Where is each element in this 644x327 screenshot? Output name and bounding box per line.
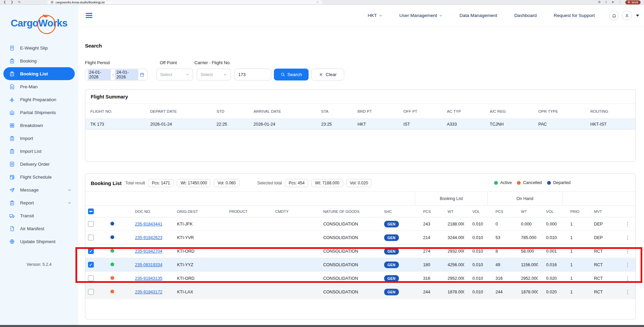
flight-no-input[interactable]: 173 xyxy=(234,69,271,80)
app-logo[interactable]: CargoWorks xyxy=(0,5,78,41)
sidebar-item-partial-shipments[interactable]: Partial Shipments xyxy=(0,106,78,119)
booking-row[interactable]: 235-91843441KTI-JFKCONSOLIDATIONGEN24321… xyxy=(85,217,636,231)
profile-button[interactable] xyxy=(622,11,632,20)
doc-no-link[interactable]: 235-91842704 xyxy=(135,249,162,254)
booking-row[interactable]: 235-91842704KTI-ORDCONSOLIDATIONGEN27429… xyxy=(85,244,636,258)
air-manifest-icon xyxy=(9,226,15,232)
total-vol-badge: Vol: 0.060 xyxy=(214,179,239,187)
fs-cell: HKT xyxy=(358,122,403,127)
flight-no-value: 173 xyxy=(238,72,246,77)
sidebar-item-air-manifest[interactable]: Air Manifest xyxy=(0,222,78,235)
date-from-value[interactable]: 24-01-2026 xyxy=(88,69,111,80)
booking-row[interactable]: 235-91843172KTI-LAXCONSOLIDATIONGEN24418… xyxy=(85,285,636,299)
bookmarks-icon[interactable]: ★ xyxy=(611,1,614,4)
row-checkbox[interactable] xyxy=(88,289,94,295)
total-result-label: Total result xyxy=(125,181,145,185)
sidebar-item-report[interactable]: Report xyxy=(0,196,78,209)
row-checkbox[interactable] xyxy=(88,275,94,281)
date-to-value[interactable]: 24-01-2026 xyxy=(115,69,138,80)
topnav-item-user-management[interactable]: User Management xyxy=(399,13,442,18)
topnav-item-request-for-support[interactable]: Request for Support xyxy=(554,13,595,18)
booking-row[interactable]: 235-08319334KTI-YYZCONSOLIDATIONGEN18042… xyxy=(85,258,636,272)
select-all-checkbox[interactable] xyxy=(88,208,94,214)
browser-forward-icon[interactable]: ❯ xyxy=(11,1,14,4)
address-bar[interactable]: ▤ cargoworks.know.studio/BookingList ☆ xyxy=(47,0,323,4)
sidebar-item-e-weight-slip[interactable]: E-Weight Slip xyxy=(0,41,78,54)
fs-col-header: ROUTING xyxy=(590,109,630,113)
oh-vol-cell: 0.020 xyxy=(538,276,562,281)
sidebar-item-booking[interactable]: Booking xyxy=(0,54,78,67)
bl-col-header: NATURE OF GOODS xyxy=(315,210,376,214)
downloads-icon[interactable]: ⇩ xyxy=(605,1,608,4)
flight-summary-row[interactable]: TK 1732026-01-2422:252026-01-2423:25HKTI… xyxy=(85,119,636,130)
browser-profile-badge[interactable]: Work xyxy=(625,0,641,4)
update-shipment-icon xyxy=(9,239,15,244)
search-button[interactable]: Search xyxy=(274,69,309,80)
doc-no-link[interactable]: 235-91843441 xyxy=(135,222,162,226)
status-dot-icon xyxy=(110,249,114,253)
sidebar-item-import[interactable]: Import xyxy=(0,132,78,145)
browser-menu-icon[interactable]: ⋮ xyxy=(618,1,621,4)
sidebar-item-transit[interactable]: Transit xyxy=(0,209,78,222)
status-dot-icon xyxy=(110,235,114,239)
doc-no-link[interactable]: 235-91842623 xyxy=(135,235,162,240)
sidebar-item-import-list[interactable]: Import List xyxy=(0,145,78,158)
sidebar-item-flight-schedule[interactable]: Flight Schedule xyxy=(0,170,78,183)
topnav-item-hkt[interactable]: HKT xyxy=(368,13,382,18)
booking-row[interactable]: 235-91842623KTI-YVRCONSOLIDATIONGEN21432… xyxy=(85,231,636,244)
row-actions-kebab-icon[interactable]: ⋮ xyxy=(625,221,630,227)
topnav-item-label: HKT xyxy=(368,13,377,18)
pre-man-icon xyxy=(9,84,15,90)
hamburger-menu-icon[interactable] xyxy=(86,13,92,18)
calendar-icon[interactable] xyxy=(140,72,144,77)
sidebar-item-booking-list[interactable]: Booking List xyxy=(3,67,75,80)
extension-icon[interactable]: ⚙ xyxy=(598,1,601,4)
booking-row[interactable]: 235-91843135KTI-ORDCONSOLIDATIONGEN31629… xyxy=(85,272,636,285)
oh-pcs-cell: 244 xyxy=(487,290,513,294)
browser-back-icon[interactable]: ❮ xyxy=(3,1,6,4)
clear-button[interactable]: Clear xyxy=(311,69,344,80)
notifications-button[interactable] xyxy=(609,11,619,20)
oh-pcs-cell: 49 xyxy=(487,262,513,267)
transit-icon xyxy=(9,213,15,219)
booking-list-title: Booking List xyxy=(91,180,122,186)
doc-no-link[interactable]: 235-91843172 xyxy=(135,290,162,294)
browser-reload-icon[interactable]: ↻ xyxy=(18,1,21,4)
sidebar-item-message[interactable]: Message xyxy=(0,183,78,196)
row-actions-kebab-icon[interactable]: ⋮ xyxy=(625,248,630,254)
doc-no-link[interactable]: 235-08319334 xyxy=(135,262,162,267)
doc-no-link[interactable]: 235-91843135 xyxy=(135,276,162,281)
sidebar-item-flight-preparation[interactable]: Flight Preparation xyxy=(0,93,78,106)
sidebar-item-label: E-Weight Slip xyxy=(20,46,48,51)
topnav-item-data-management[interactable]: Data Management xyxy=(459,13,497,18)
carrier-select[interactable]: Select xyxy=(197,69,231,80)
row-checkbox[interactable] xyxy=(88,262,94,268)
profile-caret-icon[interactable] xyxy=(636,15,639,17)
sidebar-item-breakdown[interactable]: Breakdown xyxy=(0,119,78,132)
row-actions-kebab-icon[interactable]: ⋮ xyxy=(625,289,630,295)
row-checkbox[interactable] xyxy=(88,248,94,254)
sidebar-item-label: Report xyxy=(20,200,34,205)
sidebar-item-pre-man[interactable]: Pre-Man xyxy=(0,80,78,93)
row-checkbox[interactable] xyxy=(88,221,94,227)
mvt-cell: RCT xyxy=(586,262,620,267)
bookmark-star-icon[interactable]: ☆ xyxy=(316,1,319,4)
topnav-item-label: Request for Support xyxy=(554,13,595,18)
flight-period-range-input[interactable]: 24-01-2026 - 24-01-2026 xyxy=(85,69,147,80)
sidebar-item-update-shipment[interactable]: Update Shipment xyxy=(0,235,78,248)
row-actions-kebab-icon[interactable]: ⋮ xyxy=(625,262,630,268)
row-checkbox[interactable] xyxy=(88,235,94,240)
oh-vol-cell: 0.016 xyxy=(538,262,562,267)
off-point-select[interactable]: Select xyxy=(156,69,193,80)
row-actions-kebab-icon[interactable]: ⋮ xyxy=(625,235,630,240)
bl-col-header: DOC NO. xyxy=(127,210,169,214)
fs-col-header: A/C REG xyxy=(490,109,538,113)
site-info-icon: ▤ xyxy=(51,1,54,4)
sidebar-item-label: Air Manifest xyxy=(20,226,44,231)
sidebar-item-delivery-order[interactable]: Delivery Order xyxy=(0,158,78,170)
orig-dest-cell: KTI-ORD xyxy=(169,276,221,281)
topnav-item-dashboard[interactable]: Dashboard xyxy=(514,13,537,18)
oh-wt-cell: 2952.000 xyxy=(513,276,538,281)
row-actions-kebab-icon[interactable]: ⋮ xyxy=(625,275,630,281)
bl-vol-cell: 0.010 xyxy=(464,276,487,281)
